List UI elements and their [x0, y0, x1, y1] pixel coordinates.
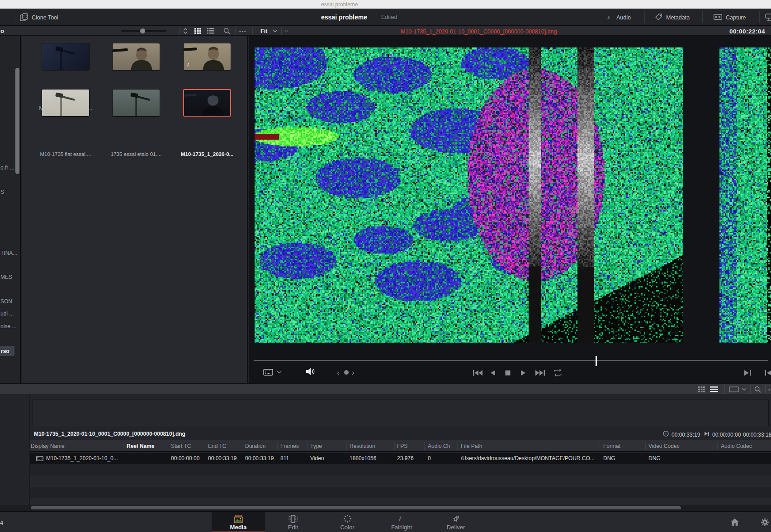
jog-wheel[interactable]: [344, 370, 349, 375]
clone-tool-button[interactable]: Clone Tool: [32, 14, 58, 21]
gear-icon[interactable]: [761, 518, 769, 526]
table-empty-row: [30, 464, 771, 476]
viewer-zoom-select[interactable]: Fit: [260, 28, 267, 34]
cell-start-tc: 00:00:00:00: [171, 453, 199, 464]
tab-fairlight[interactable]: ♪ Fairlight: [375, 512, 428, 532]
tab-media-active[interactable]: Media: [212, 512, 265, 532]
tab-deliver[interactable]: Deliver: [429, 512, 482, 532]
more-options-icon[interactable]: •: [768, 387, 770, 392]
cell-end-tc: 00:00:33:19: [208, 453, 237, 464]
col-file-path[interactable]: File Path: [461, 440, 482, 452]
cell-audio-ch: 0: [428, 453, 431, 464]
metadata-button[interactable]: Metadata: [666, 14, 690, 21]
film-clip-icon: [36, 456, 43, 461]
table-row[interactable]: M10-1735_1_2020-01-10_0... 00:00:00:00 0…: [30, 453, 771, 464]
jog-forward-icon[interactable]: ›: [352, 368, 355, 377]
col-type[interactable]: Type: [310, 440, 322, 452]
more-options-icon[interactable]: •••: [239, 29, 247, 34]
bin-item[interactable]: udi ...: [0, 311, 14, 317]
clip-info-box: [33, 400, 769, 426]
clip-thumbnail-selected[interactable]: [183, 89, 231, 117]
tab-color[interactable]: Color: [321, 512, 374, 532]
tab-fairlight-label: Fairlight: [375, 524, 428, 531]
skip-start-icon[interactable]: [473, 370, 483, 376]
table-empty-row: [30, 498, 771, 505]
partial-panel-icon[interactable]: [765, 14, 771, 21]
bin-item[interactable]: oise ...: [0, 323, 16, 330]
grid-view-icon[interactable]: [698, 386, 705, 392]
clip-label[interactable]: M10-1735 flat essai....: [32, 151, 99, 157]
search-icon[interactable]: [223, 28, 230, 34]
viewer-panel: ‹ ›: [249, 36, 771, 383]
col-frames[interactable]: Frames: [280, 440, 299, 452]
clone-tool-icon[interactable]: [20, 13, 28, 21]
col-start-tc[interactable]: Start TC: [171, 440, 191, 452]
col-duration[interactable]: Duration: [245, 440, 265, 452]
clip-thumbnail[interactable]: [42, 89, 90, 117]
col-fps[interactable]: FPS: [397, 440, 407, 452]
list-view-icon[interactable]: [207, 28, 214, 34]
speaker-icon[interactable]: [306, 367, 315, 376]
bin-item[interactable]: SON: [0, 298, 12, 305]
list-view-icon-active[interactable]: [710, 386, 718, 392]
cell-duration: 00:00:33:19: [245, 453, 274, 464]
bottom-panel-toolbar: •: [0, 383, 771, 394]
table-hscrollbar-thumb[interactable]: [31, 506, 681, 509]
chevron-down-icon[interactable]: [277, 371, 282, 374]
os-titlebar: essai probleme: [0, 0, 771, 9]
col-display-name[interactable]: Display Name: [31, 440, 65, 452]
filter-box-icon[interactable]: [729, 386, 739, 392]
bin-item[interactable]: TINA...: [0, 250, 17, 256]
main-toolbar: Clone Tool essai probleme Edited ♪ Audio…: [0, 9, 771, 26]
viewer-scrub-bar[interactable]: [254, 360, 768, 361]
stop-icon[interactable]: [505, 370, 511, 376]
clip-in-timecode: 00:00:00:00: [712, 432, 741, 438]
col-resolution[interactable]: Resolution: [350, 440, 375, 452]
bin-item[interactable]: MES: [0, 274, 12, 280]
col-reel-name[interactable]: Reel Name: [127, 440, 154, 452]
clip-label-selected[interactable]: M10-1735_1_2020-0...: [173, 151, 241, 157]
clip-label[interactable]: 1735 essai etalo 01....: [102, 151, 170, 157]
capture-icon: [714, 14, 722, 20]
chevron-down-icon[interactable]: [273, 29, 278, 33]
home-icon[interactable]: [731, 518, 739, 526]
goto-out-icon[interactable]: [744, 370, 752, 376]
clip-thumbnail[interactable]: ♪: [183, 43, 231, 71]
viewer-image[interactable]: [255, 47, 683, 343]
col-video-codec[interactable]: Video Codec: [648, 440, 680, 452]
col-audio-ch[interactable]: Audio Ch: [428, 440, 450, 452]
audio-button[interactable]: Audio: [616, 14, 631, 21]
table-empty-row: [30, 476, 771, 487]
chevron-down-icon[interactable]: [742, 388, 747, 391]
capture-button[interactable]: Capture: [726, 14, 746, 21]
tab-edit[interactable]: Edit: [266, 512, 320, 532]
skip-end-icon[interactable]: [535, 370, 545, 376]
clip-thumbnail[interactable]: [112, 43, 160, 71]
clip-thumbnail[interactable]: [112, 89, 160, 117]
viewer-options-icon[interactable]: [263, 369, 273, 376]
bin-item[interactable]: S: [0, 189, 4, 195]
viewer-image-next: [719, 47, 771, 343]
loop-icon[interactable]: [553, 369, 563, 377]
search-icon[interactable]: [754, 386, 761, 393]
live-media-preview-icon[interactable]: ○: [285, 28, 288, 33]
sort-order-icon[interactable]: [182, 28, 189, 34]
col-end-tc[interactable]: End TC: [208, 440, 226, 452]
col-audio-codec[interactable]: Audio Codec: [721, 440, 752, 452]
audio-badge-icon: ♪: [186, 60, 190, 68]
jog-back-icon[interactable]: ‹: [337, 368, 340, 377]
viewer-playhead[interactable]: [596, 356, 597, 366]
goto-in-icon[interactable]: [764, 370, 771, 376]
bin-item[interactable]: o.fr ...: [0, 165, 14, 171]
col-format[interactable]: Format: [603, 440, 620, 452]
grid-view-icon[interactable]: [194, 28, 201, 34]
clip-thumbnail[interactable]: [42, 43, 90, 71]
clip-details-panel: M10-1735_1_2020-01-10_0001_C0000_[000000…: [0, 394, 771, 511]
thumbnail-size-slider-knob[interactable]: [140, 28, 145, 33]
bin-scrollbar[interactable]: [15, 68, 19, 174]
bin-item-selected[interactable]: rso: [0, 346, 14, 356]
play-reverse-icon[interactable]: [490, 370, 496, 376]
metadata-tag-icon: [655, 14, 662, 20]
play-icon[interactable]: [520, 370, 526, 376]
media-pool-panel: M10-1735_frame_[1-... M10-1735.mov ♪ Net…: [22, 36, 248, 383]
